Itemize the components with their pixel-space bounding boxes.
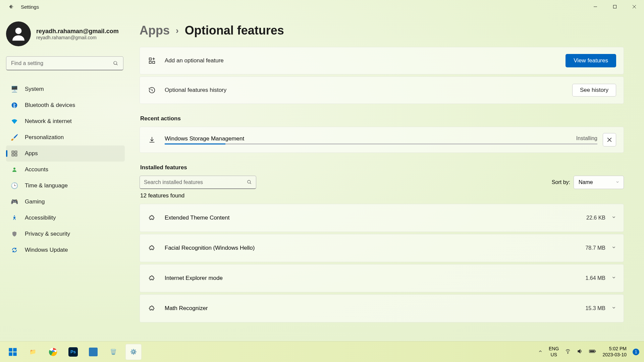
svg-line-6 (116, 64, 117, 65)
feature-row[interactable]: Facial Recognition (Windows Hello) 78.7 … (140, 234, 624, 262)
download-icon (147, 136, 157, 143)
sidebar-item-system[interactable]: 🖥️System (6, 81, 125, 97)
svg-point-21 (248, 180, 251, 183)
notification-badge[interactable]: 1 (633, 349, 639, 355)
feature-name: Facial Recognition (Windows Hello) (165, 245, 585, 251)
history-label: Optional features history (165, 87, 572, 94)
chevron-down-icon (611, 245, 616, 251)
app-icon-1[interactable] (85, 344, 101, 360)
progress-bar (165, 143, 597, 144)
feature-row[interactable]: Internet Explorer mode 1.64 MB (140, 264, 624, 292)
accessibility-icon (11, 214, 18, 222)
settings-taskbar-icon[interactable]: ⚙️ (125, 344, 142, 360)
person-icon (11, 166, 18, 173)
svg-point-12 (13, 168, 15, 170)
chevron-down-icon (611, 215, 616, 221)
window-title: Settings (21, 4, 39, 10)
taskbar: 📁 Ps 🗑️ ⚙️ ENGUS 5:02 PM2023-03-10 1 (0, 341, 644, 362)
svg-rect-9 (15, 151, 17, 153)
svg-point-4 (15, 28, 22, 34)
clock-tray[interactable]: 5:02 PM2023-03-10 (602, 346, 627, 358)
sidebar-item-label: Accounts (25, 166, 48, 173)
svg-rect-1 (613, 5, 616, 8)
sidebar-item-bluetooth[interactable]: Bluetooth & devices (6, 97, 125, 113)
sidebar-item-apps[interactable]: Apps (6, 145, 125, 162)
file-explorer-icon[interactable]: 📁 (25, 344, 41, 360)
view-features-button[interactable]: View features (566, 54, 616, 67)
sort-value: Name (579, 179, 593, 185)
see-history-button[interactable]: See history (572, 84, 616, 97)
back-button[interactable] (6, 1, 17, 12)
svg-rect-31 (595, 351, 596, 352)
sort-label: Sort by: (552, 179, 570, 185)
feature-size: 22.6 KB (586, 215, 605, 221)
svg-rect-8 (12, 151, 14, 153)
chevron-down-icon (615, 179, 620, 185)
gamepad-icon: 🎮 (11, 198, 18, 205)
chrome-icon[interactable] (45, 344, 61, 360)
chevron-down-icon (611, 305, 616, 311)
cancel-install-button[interactable] (603, 133, 616, 146)
feature-size: 78.7 MB (585, 245, 605, 251)
system-icon: 🖥️ (11, 85, 18, 93)
sidebar-item-gaming[interactable]: 🎮Gaming (6, 194, 125, 210)
app-icon-2[interactable]: 🗑️ (105, 344, 121, 360)
battery-tray-icon[interactable] (589, 349, 596, 355)
search-installed-features[interactable] (140, 176, 256, 189)
svg-rect-16 (153, 61, 155, 63)
sidebar-item-privacy[interactable]: Privacy & security (6, 226, 125, 242)
close-button[interactable] (625, 0, 644, 13)
svg-rect-23 (9, 348, 12, 352)
sidebar-item-network[interactable]: Network & internet (6, 113, 125, 129)
puzzle-icon (147, 245, 157, 251)
wifi-tray-icon[interactable] (565, 348, 571, 355)
search-input[interactable] (11, 60, 113, 66)
feature-name: Internet Explorer mode (165, 275, 585, 282)
tray-chevron-icon[interactable] (538, 349, 543, 355)
svg-point-13 (14, 216, 15, 217)
photoshop-icon[interactable]: Ps (65, 344, 81, 360)
feature-name: Math Recognizer (165, 305, 585, 312)
sidebar-item-label: Windows Update (25, 247, 68, 253)
feature-row[interactable]: Extended Theme Content 22.6 KB (140, 204, 624, 232)
sidebar-item-label: Bluetooth & devices (25, 102, 75, 109)
volume-tray-icon[interactable] (577, 348, 583, 355)
maximize-button[interactable] (605, 0, 625, 13)
start-button[interactable] (5, 344, 21, 360)
sidebar-item-accounts[interactable]: Accounts (6, 162, 125, 178)
search-settings[interactable] (6, 56, 123, 70)
minimize-button[interactable] (586, 0, 605, 13)
sidebar-item-update[interactable]: Windows Update (6, 242, 125, 258)
breadcrumb-parent[interactable]: Apps (140, 23, 170, 38)
svg-rect-10 (12, 154, 14, 156)
search-features-input[interactable] (144, 179, 247, 185)
search-icon (247, 180, 252, 185)
sidebar-item-personalization[interactable]: 🖌️Personalization (6, 129, 125, 145)
puzzle-icon (147, 305, 157, 312)
recent-actions-header: Recent actions (140, 115, 624, 122)
svg-rect-14 (149, 58, 151, 60)
chevron-right-icon: › (176, 25, 179, 36)
sidebar-item-time[interactable]: 🕒Time & language (6, 178, 125, 194)
history-icon (147, 86, 157, 94)
sidebar-item-label: System (25, 86, 44, 93)
installing-status: Installing (576, 135, 597, 142)
brush-icon: 🖌️ (11, 134, 18, 141)
feature-size: 15.3 MB (585, 305, 605, 311)
svg-point-5 (114, 61, 117, 64)
recent-action-row: Windows Storage Management Installing (140, 127, 624, 153)
svg-rect-15 (149, 61, 151, 63)
breadcrumb-current: Optional features (185, 23, 284, 38)
profile-block[interactable]: reyadh.rahaman@gmail.com reyadh.rahaman@… (6, 21, 125, 46)
feature-row[interactable]: Math Recognizer 15.3 MB (140, 294, 624, 322)
sort-dropdown[interactable]: Name (574, 176, 624, 189)
feature-name: Extended Theme Content (165, 215, 586, 221)
sidebar-item-label: Network & internet (25, 118, 72, 125)
sidebar-item-label: Personalization (25, 134, 64, 141)
search-icon (113, 61, 118, 66)
chevron-down-icon (611, 275, 616, 281)
language-indicator[interactable]: ENGUS (549, 346, 559, 358)
update-icon (11, 246, 18, 254)
sidebar-item-accessibility[interactable]: Accessibility (6, 210, 125, 226)
sidebar-item-label: Privacy & security (25, 231, 70, 237)
